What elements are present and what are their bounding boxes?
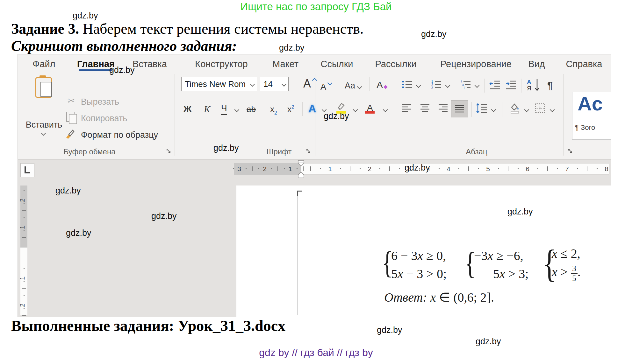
v-ruler-tick: [24, 217, 25, 218]
align-left-icon[interactable]: [402, 103, 412, 113]
text-boundary-line: [297, 192, 298, 315]
ruler-tick: [277, 166, 278, 171]
ruler-number: 2: [368, 165, 371, 173]
format-painter-label: Формат по образцу: [81, 130, 158, 140]
clear-formatting-button[interactable]: A: [377, 78, 383, 92]
paragraph-dialog-launcher-icon[interactable]: [568, 149, 573, 154]
font-color-bar: [365, 111, 375, 114]
math-line: 5x − 3 > 0;: [391, 266, 447, 281]
gdz-watermark: gdz.by: [151, 211, 177, 221]
ruler-tick: [284, 168, 285, 169]
ruler-number: 5: [486, 165, 490, 173]
numbering-chevron-icon[interactable]: [445, 83, 450, 88]
ribbon-tab-файл[interactable]: Файл: [31, 57, 57, 71]
font-size-chevron-icon: [282, 82, 287, 87]
shrink-font-button[interactable]: A: [320, 80, 326, 94]
ruler-number: 3: [237, 165, 241, 173]
vertical-ruler-margin-band: [20, 186, 27, 248]
shading-bucket-icon[interactable]: [508, 102, 520, 114]
ruler-tick: [587, 166, 587, 171]
task-heading-bold: Задание 3.: [11, 21, 79, 37]
decrease-indent-icon[interactable]: [489, 80, 501, 89]
italic-button[interactable]: К: [204, 102, 210, 116]
paste-label: Вставить: [24, 120, 64, 130]
multilevel-chevron-icon[interactable]: [475, 83, 480, 88]
ruler-tick: [350, 166, 350, 171]
ruler-tick: [389, 166, 390, 171]
strikethrough-button[interactable]: ab: [247, 102, 256, 116]
v-ruler-number: 1: [19, 276, 26, 280]
ribbon-tab-макет[interactable]: Макет: [271, 57, 299, 71]
svg-text:a: a: [462, 83, 464, 86]
ruler-tick: [310, 166, 311, 171]
style-gallery-item[interactable]: Ac ¶ Зого: [572, 92, 611, 140]
ribbon-tab-вид[interactable]: Вид: [527, 57, 546, 71]
gdz-watermark: gdz.by: [476, 337, 501, 346]
pilcrow-button[interactable]: ¶: [547, 79, 553, 93]
ribbon-tab-справка[interactable]: Справка: [563, 57, 605, 71]
subscript-button[interactable]: x2: [270, 102, 277, 117]
ruler-tick: [597, 168, 598, 169]
bullets-chevron-icon[interactable]: [416, 83, 421, 88]
line-spacing-icon[interactable]: [476, 103, 487, 114]
ruler-tick: [271, 168, 272, 169]
grow-font-button[interactable]: A: [303, 77, 311, 91]
format-painter-brush-icon: [64, 128, 76, 140]
font-color-chevron-icon[interactable]: [383, 107, 388, 112]
v-ruler-tick: [22, 288, 26, 289]
ruler-tick: [547, 166, 548, 171]
change-case-button[interactable]: Aa: [345, 79, 361, 93]
clipboard-dialog-launcher-icon[interactable]: [166, 149, 171, 154]
font-family-select[interactable]: Times New Rom: [181, 77, 257, 91]
gdz-watermark: gdz.by: [73, 11, 98, 21]
ribbon-tab-рецензирование[interactable]: Рецензирование: [440, 57, 509, 71]
gdz-watermark: gdz.by: [109, 65, 135, 75]
multilevel-list-icon[interactable]: 1ai: [460, 80, 471, 89]
copy-label: Копировать: [81, 114, 127, 123]
shading-chevron-icon[interactable]: [524, 107, 529, 112]
paragraph-group-label: Абзац: [438, 147, 515, 156]
font-dialog-launcher-icon[interactable]: [306, 149, 311, 154]
screenshot-subheading: Скриншот выполненного задания:: [11, 38, 237, 54]
superscript-button[interactable]: x2: [287, 102, 294, 117]
v-ruler-tick: [22, 315, 26, 316]
numbering-icon[interactable]: 123: [431, 80, 442, 89]
gdz-watermark: gdz.by: [507, 207, 533, 217]
indent-markers-icon[interactable]: [297, 160, 305, 178]
underline-button[interactable]: Ч: [221, 102, 227, 115]
bullets-icon[interactable]: [402, 80, 413, 89]
underline-chevron-icon[interactable]: [234, 107, 240, 112]
sort-button[interactable]: А Я: [527, 79, 542, 93]
paste-chevron-icon[interactable]: [41, 131, 46, 136]
ribbon-tab-ссылки[interactable]: Ссылки: [318, 57, 356, 71]
ruler-number: 1: [328, 165, 332, 173]
borders-icon[interactable]: [535, 103, 545, 114]
ruler-tick: [246, 168, 247, 169]
increase-indent-icon[interactable]: [505, 80, 517, 89]
ribbon-tab-рассылки[interactable]: Рассылки: [373, 57, 418, 71]
tab-stop-selector[interactable]: [20, 163, 34, 177]
line-spacing-chevron-icon[interactable]: [491, 107, 496, 112]
font-size-select[interactable]: 14: [260, 77, 289, 91]
ribbon-tab-вставка[interactable]: Вставка: [131, 57, 168, 71]
ruler-tick: [498, 168, 499, 169]
v-ruler-number: 1: [19, 226, 26, 229]
ruler-tick: [252, 166, 253, 171]
v-ruler-tick: [24, 308, 25, 309]
ribbon-tab-конструктор[interactable]: Конструктор: [190, 57, 253, 71]
gdz-watermark: gdz.by: [377, 325, 402, 335]
completed-tasks-line: Выполненные задания: Урок_31_3.docx: [11, 317, 285, 334]
gdz-watermark: gdz.by: [213, 143, 239, 153]
ruler-tick: [468, 166, 469, 171]
justify-button-selected[interactable]: [451, 100, 468, 117]
align-right-icon[interactable]: [438, 103, 448, 113]
bold-button[interactable]: Ж: [183, 102, 191, 116]
highlight-chevron-icon[interactable]: [353, 107, 358, 112]
shrink-caret-icon: [327, 80, 333, 86]
borders-chevron-icon[interactable]: [550, 107, 555, 112]
ruler-text-band[interactable]: [301, 163, 609, 175]
gdz-watermark: gdz.by: [421, 29, 447, 39]
text-boundary-corner-mark: [297, 191, 302, 196]
v-ruler-tick: [24, 190, 25, 191]
align-center-icon[interactable]: [420, 103, 430, 113]
